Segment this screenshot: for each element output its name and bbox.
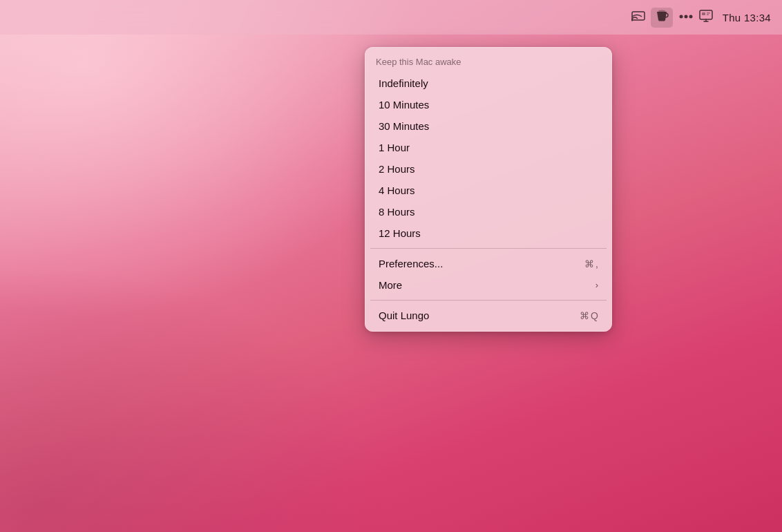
menu-item-1-hour[interactable]: 1 Hour xyxy=(368,137,609,158)
menu-item-2-hours[interactable]: 2 Hours xyxy=(368,158,609,180)
svg-point-5 xyxy=(689,15,692,18)
cast-icon[interactable] xyxy=(631,10,645,26)
menu-item-8-hours[interactable]: 8 Hours xyxy=(368,201,609,222)
menu-item-12-hours[interactable]: 12 Hours xyxy=(368,222,609,244)
display-menu-icon[interactable] xyxy=(699,10,713,26)
menu-header: Keep this Mac awake xyxy=(365,53,612,73)
bartender-dots-icon[interactable] xyxy=(678,10,694,25)
menu-item-more[interactable]: More › xyxy=(368,274,609,296)
svg-point-3 xyxy=(679,15,683,18)
svg-point-2 xyxy=(658,10,665,12)
preferences-shortcut: ⌘ , xyxy=(584,258,598,269)
lungo-coffee-icon[interactable] xyxy=(651,8,673,28)
menu-item-10-minutes[interactable]: 10 Minutes xyxy=(368,94,609,115)
more-chevron-icon: › xyxy=(595,280,598,290)
svg-rect-7 xyxy=(702,12,705,15)
quit-shortcut-key: Q xyxy=(591,310,598,321)
lungo-dropdown-menu: Keep this Mac awake Indefinitely 10 Minu… xyxy=(365,47,612,332)
menu-item-indefinitely[interactable]: Indefinitely xyxy=(368,73,609,94)
preferences-shortcut-key: , xyxy=(595,258,598,269)
menu-item-quit[interactable]: Quit Lungo ⌘ Q xyxy=(368,305,609,326)
quit-shortcut: ⌘ Q xyxy=(580,310,598,321)
svg-rect-6 xyxy=(700,10,712,19)
menu-item-30-minutes[interactable]: 30 Minutes xyxy=(368,115,609,137)
svg-rect-8 xyxy=(707,12,710,14)
menubar-time: Thu 13:34 xyxy=(723,12,771,23)
svg-point-4 xyxy=(684,15,687,18)
separator-1 xyxy=(370,248,607,249)
quit-cmd-symbol: ⌘ xyxy=(580,310,589,321)
preferences-cmd-symbol: ⌘ xyxy=(584,258,594,269)
menu-item-4-hours[interactable]: 4 Hours xyxy=(368,180,609,201)
separator-2 xyxy=(370,300,607,301)
menubar-icons xyxy=(631,8,713,28)
menubar: Thu 13:34 xyxy=(0,0,782,35)
svg-rect-9 xyxy=(707,14,709,15)
menu-item-preferences[interactable]: Preferences... ⌘ , xyxy=(368,253,609,274)
